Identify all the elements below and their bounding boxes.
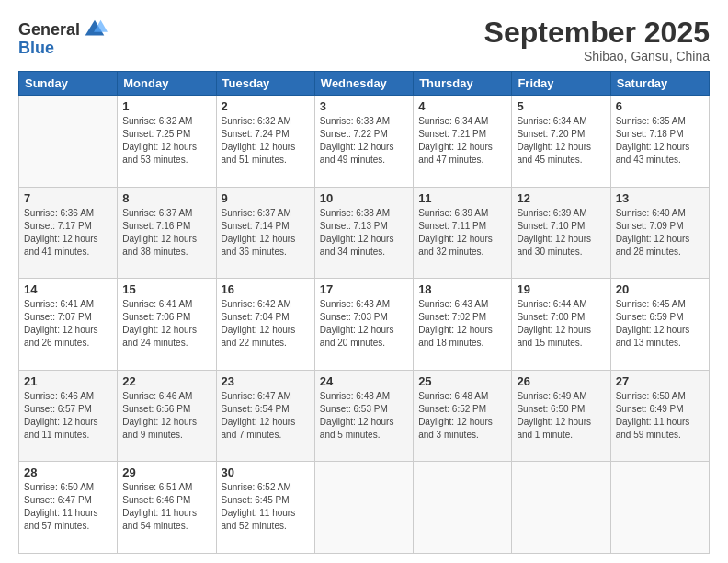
day-number: 19 bbox=[517, 282, 605, 296]
calendar-week-row: 21Sunrise: 6:46 AM Sunset: 6:57 PM Dayli… bbox=[19, 370, 710, 462]
calendar-cell: 16Sunrise: 6:42 AM Sunset: 7:04 PM Dayli… bbox=[216, 279, 314, 371]
day-number: 25 bbox=[418, 374, 506, 388]
day-info: Sunrise: 6:46 AM Sunset: 6:56 PM Dayligh… bbox=[122, 390, 210, 442]
day-number: 14 bbox=[24, 282, 112, 296]
calendar-cell: 6Sunrise: 6:35 AM Sunset: 7:18 PM Daylig… bbox=[610, 96, 709, 188]
day-info: Sunrise: 6:48 AM Sunset: 6:53 PM Dayligh… bbox=[320, 390, 408, 442]
day-number: 1 bbox=[122, 99, 210, 113]
day-info: Sunrise: 6:32 AM Sunset: 7:25 PM Dayligh… bbox=[122, 115, 210, 167]
calendar-cell: 10Sunrise: 6:38 AM Sunset: 7:13 PM Dayli… bbox=[314, 187, 413, 279]
day-number: 7 bbox=[24, 191, 112, 205]
calendar-cell: 20Sunrise: 6:45 AM Sunset: 6:59 PM Dayli… bbox=[610, 279, 709, 371]
day-number: 30 bbox=[222, 465, 310, 479]
day-info: Sunrise: 6:39 AM Sunset: 7:10 PM Dayligh… bbox=[517, 207, 605, 259]
calendar-cell: 4Sunrise: 6:34 AM Sunset: 7:21 PM Daylig… bbox=[414, 96, 512, 188]
title-section: September 2025 Shibao, Gansu, China bbox=[484, 17, 710, 63]
day-number: 16 bbox=[222, 282, 310, 296]
day-number: 17 bbox=[320, 282, 408, 296]
day-info: Sunrise: 6:39 AM Sunset: 7:11 PM Dayligh… bbox=[418, 207, 506, 259]
day-info: Sunrise: 6:50 AM Sunset: 6:49 PM Dayligh… bbox=[616, 390, 704, 442]
day-number: 20 bbox=[616, 282, 704, 296]
logo-general-text: General bbox=[18, 20, 80, 40]
calendar-cell: 28Sunrise: 6:50 AM Sunset: 6:47 PM Dayli… bbox=[19, 462, 118, 554]
day-info: Sunrise: 6:36 AM Sunset: 7:17 PM Dayligh… bbox=[24, 207, 112, 259]
calendar-cell bbox=[414, 462, 512, 554]
calendar-header-thursday: Thursday bbox=[414, 72, 512, 96]
day-info: Sunrise: 6:34 AM Sunset: 7:21 PM Dayligh… bbox=[418, 115, 506, 167]
calendar-cell bbox=[19, 96, 118, 188]
calendar-week-row: 28Sunrise: 6:50 AM Sunset: 6:47 PM Dayli… bbox=[19, 462, 710, 554]
day-info: Sunrise: 6:52 AM Sunset: 6:45 PM Dayligh… bbox=[222, 481, 310, 533]
calendar-cell bbox=[314, 462, 413, 554]
day-info: Sunrise: 6:43 AM Sunset: 7:02 PM Dayligh… bbox=[418, 298, 506, 350]
day-info: Sunrise: 6:35 AM Sunset: 7:18 PM Dayligh… bbox=[616, 115, 704, 167]
logo-icon bbox=[82, 17, 108, 42]
day-info: Sunrise: 6:38 AM Sunset: 7:13 PM Dayligh… bbox=[320, 207, 408, 259]
day-info: Sunrise: 6:44 AM Sunset: 7:00 PM Dayligh… bbox=[517, 298, 605, 350]
day-number: 2 bbox=[222, 99, 310, 113]
day-info: Sunrise: 6:51 AM Sunset: 6:46 PM Dayligh… bbox=[122, 481, 210, 533]
calendar-cell: 13Sunrise: 6:40 AM Sunset: 7:09 PM Dayli… bbox=[610, 187, 709, 279]
calendar-cell: 1Sunrise: 6:32 AM Sunset: 7:25 PM Daylig… bbox=[118, 96, 216, 188]
calendar-header-wednesday: Wednesday bbox=[314, 72, 413, 96]
calendar-cell: 17Sunrise: 6:43 AM Sunset: 7:03 PM Dayli… bbox=[314, 279, 413, 371]
calendar-week-row: 7Sunrise: 6:36 AM Sunset: 7:17 PM Daylig… bbox=[19, 187, 710, 279]
day-number: 13 bbox=[616, 191, 704, 205]
day-number: 12 bbox=[517, 191, 605, 205]
day-number: 11 bbox=[418, 191, 506, 205]
calendar-cell: 5Sunrise: 6:34 AM Sunset: 7:20 PM Daylig… bbox=[512, 96, 610, 188]
calendar-cell: 2Sunrise: 6:32 AM Sunset: 7:24 PM Daylig… bbox=[216, 96, 314, 188]
calendar-cell: 22Sunrise: 6:46 AM Sunset: 6:56 PM Dayli… bbox=[118, 370, 216, 462]
month-title: September 2025 bbox=[484, 17, 710, 49]
calendar-cell: 8Sunrise: 6:37 AM Sunset: 7:16 PM Daylig… bbox=[118, 187, 216, 279]
day-number: 23 bbox=[222, 374, 310, 388]
day-info: Sunrise: 6:48 AM Sunset: 6:52 PM Dayligh… bbox=[418, 390, 506, 442]
day-number: 27 bbox=[616, 374, 704, 388]
calendar-cell: 3Sunrise: 6:33 AM Sunset: 7:22 PM Daylig… bbox=[314, 96, 413, 188]
day-info: Sunrise: 6:49 AM Sunset: 6:50 PM Dayligh… bbox=[517, 390, 605, 442]
day-number: 3 bbox=[320, 99, 408, 113]
calendar-table: SundayMondayTuesdayWednesdayThursdayFrid… bbox=[18, 71, 710, 554]
day-number: 18 bbox=[418, 282, 506, 296]
calendar-cell: 24Sunrise: 6:48 AM Sunset: 6:53 PM Dayli… bbox=[314, 370, 413, 462]
calendar-cell: 19Sunrise: 6:44 AM Sunset: 7:00 PM Dayli… bbox=[512, 279, 610, 371]
header: General Blue September 2025 Shibao, Gans… bbox=[18, 17, 710, 63]
calendar-cell: 15Sunrise: 6:41 AM Sunset: 7:06 PM Dayli… bbox=[118, 279, 216, 371]
day-info: Sunrise: 6:33 AM Sunset: 7:22 PM Dayligh… bbox=[320, 115, 408, 167]
day-info: Sunrise: 6:32 AM Sunset: 7:24 PM Dayligh… bbox=[222, 115, 310, 167]
calendar-cell bbox=[512, 462, 610, 554]
calendar-cell: 18Sunrise: 6:43 AM Sunset: 7:02 PM Dayli… bbox=[414, 279, 512, 371]
calendar-cell: 11Sunrise: 6:39 AM Sunset: 7:11 PM Dayli… bbox=[414, 187, 512, 279]
day-info: Sunrise: 6:42 AM Sunset: 7:04 PM Dayligh… bbox=[222, 298, 310, 350]
day-number: 6 bbox=[616, 99, 704, 113]
calendar-cell: 29Sunrise: 6:51 AM Sunset: 6:46 PM Dayli… bbox=[118, 462, 216, 554]
calendar-cell: 14Sunrise: 6:41 AM Sunset: 7:07 PM Dayli… bbox=[19, 279, 118, 371]
calendar-header-tuesday: Tuesday bbox=[216, 72, 314, 96]
calendar-header-saturday: Saturday bbox=[610, 72, 709, 96]
day-info: Sunrise: 6:43 AM Sunset: 7:03 PM Dayligh… bbox=[320, 298, 408, 350]
calendar-cell: 23Sunrise: 6:47 AM Sunset: 6:54 PM Dayli… bbox=[216, 370, 314, 462]
day-info: Sunrise: 6:50 AM Sunset: 6:47 PM Dayligh… bbox=[24, 481, 112, 533]
day-number: 4 bbox=[418, 99, 506, 113]
day-number: 15 bbox=[122, 282, 210, 296]
day-info: Sunrise: 6:41 AM Sunset: 7:07 PM Dayligh… bbox=[24, 298, 112, 350]
day-info: Sunrise: 6:45 AM Sunset: 6:59 PM Dayligh… bbox=[616, 298, 704, 350]
day-number: 28 bbox=[24, 465, 112, 479]
calendar-header-friday: Friday bbox=[512, 72, 610, 96]
day-number: 9 bbox=[222, 191, 310, 205]
calendar-cell bbox=[610, 462, 709, 554]
calendar-cell: 7Sunrise: 6:36 AM Sunset: 7:17 PM Daylig… bbox=[19, 187, 118, 279]
day-number: 22 bbox=[122, 374, 210, 388]
page: General Blue September 2025 Shibao, Gans… bbox=[0, 0, 728, 563]
calendar-header-monday: Monday bbox=[118, 72, 216, 96]
calendar-cell: 9Sunrise: 6:37 AM Sunset: 7:14 PM Daylig… bbox=[216, 187, 314, 279]
day-info: Sunrise: 6:37 AM Sunset: 7:16 PM Dayligh… bbox=[122, 207, 210, 259]
day-info: Sunrise: 6:47 AM Sunset: 6:54 PM Dayligh… bbox=[222, 390, 310, 442]
location: Shibao, Gansu, China bbox=[484, 49, 710, 63]
day-number: 24 bbox=[320, 374, 408, 388]
day-number: 8 bbox=[122, 191, 210, 205]
logo: General Blue bbox=[18, 17, 108, 58]
day-number: 5 bbox=[517, 99, 605, 113]
calendar-week-row: 14Sunrise: 6:41 AM Sunset: 7:07 PM Dayli… bbox=[19, 279, 710, 371]
calendar-cell: 27Sunrise: 6:50 AM Sunset: 6:49 PM Dayli… bbox=[610, 370, 709, 462]
